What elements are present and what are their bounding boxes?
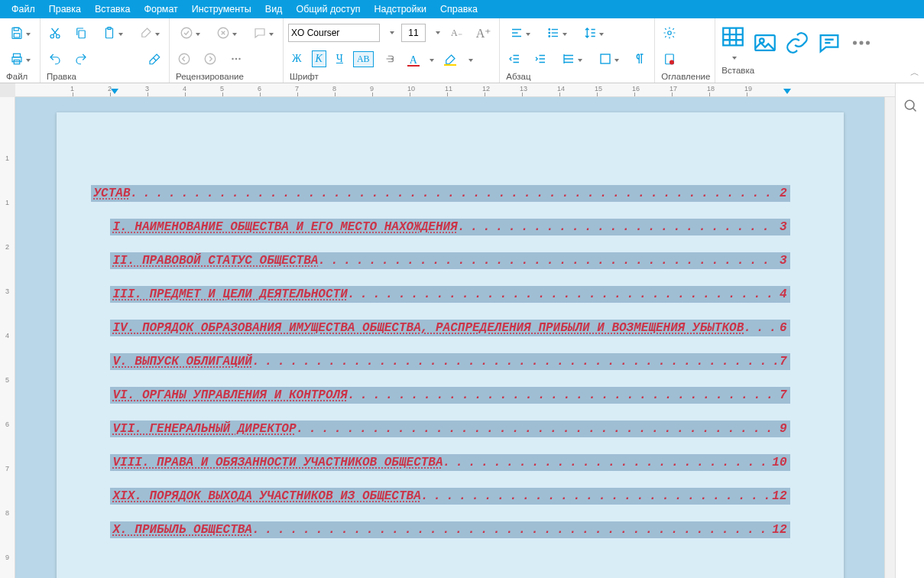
- menu-Файл[interactable]: Файл: [5, 4, 42, 15]
- menubar: ФайлПравкаВставкаФорматИнструментыВидОбщ…: [0, 0, 924, 18]
- insert-table-button[interactable]: [720, 21, 746, 64]
- more-insert-button[interactable]: [848, 21, 874, 64]
- toc-entry[interactable]: IV. ПОРЯДОК ОБРАЗОВАНИЯ ИМУЩЕСТВА ОБЩЕСТ…: [110, 320, 790, 336]
- toc-entry[interactable]: УСТАВ...................................…: [91, 185, 790, 202]
- shrink-font-button[interactable]: A₋: [447, 25, 466, 41]
- ribbon-group-edit: Правка: [41, 18, 170, 83]
- svg-point-16: [238, 58, 240, 60]
- ribbon-label: Правка: [45, 72, 164, 81]
- indent-decrease-button[interactable]: [504, 49, 524, 69]
- eraser-button[interactable]: [144, 49, 164, 69]
- italic-button[interactable]: К: [312, 50, 326, 67]
- menu-Надстройки[interactable]: Надстройки: [367, 4, 433, 15]
- font-name-dropdown[interactable]: [386, 24, 395, 42]
- next-change-button[interactable]: [200, 49, 220, 69]
- underline-button[interactable]: Ч: [332, 50, 347, 67]
- ribbon-group-file: Файл: [0, 18, 41, 83]
- collapse-ribbon-button[interactable]: ︿: [910, 67, 919, 80]
- insert-link-button[interactable]: [784, 21, 810, 64]
- accept-change-button[interactable]: [174, 23, 205, 43]
- menu-Вставка[interactable]: Вставка: [88, 4, 137, 15]
- font-size-dropdown[interactable]: [432, 24, 441, 42]
- insert-image-button[interactable]: [752, 21, 778, 64]
- menu-Инструменты[interactable]: Инструменты: [185, 4, 258, 15]
- bold-button[interactable]: Ж: [288, 50, 306, 67]
- svg-point-14: [232, 58, 233, 60]
- tab-button[interactable]: [556, 49, 587, 69]
- svg-point-27: [853, 41, 857, 44]
- paste-button[interactable]: [97, 23, 128, 43]
- svg-point-17: [549, 29, 550, 31]
- ribbon-label: Абзац: [504, 72, 650, 81]
- horizontal-ruler[interactable]: 12345678910111213141516171819: [15, 83, 895, 97]
- ribbon-label: Файл: [5, 72, 35, 81]
- toc-entry[interactable]: XIX. ПОРЯДОК ВЫХОДА УЧАСТНИКОВ ИЗ ОБЩЕСТ…: [110, 488, 790, 505]
- menu-Формат[interactable]: Формат: [137, 4, 184, 15]
- line-spacing-button[interactable]: [578, 23, 608, 43]
- toc-entry[interactable]: II. ПРАВОВОЙ СТАТУС ОБЩЕСТВА............…: [110, 252, 790, 269]
- comment-button[interactable]: [248, 23, 278, 43]
- toc-refresh-button[interactable]: [660, 49, 679, 69]
- redo-button[interactable]: [71, 49, 91, 69]
- highlight-color-dropdown[interactable]: [466, 54, 473, 64]
- vertical-scrollbar[interactable]: [884, 97, 895, 578]
- insert-comment-button[interactable]: [816, 21, 842, 64]
- align-button[interactable]: [504, 23, 535, 43]
- strike-button[interactable]: [380, 49, 400, 69]
- right-sidebar: [895, 83, 924, 578]
- cut-button[interactable]: [45, 23, 65, 43]
- grow-font-button[interactable]: A⁺: [472, 24, 495, 43]
- svg-point-13: [205, 54, 216, 64]
- prev-change-button[interactable]: [174, 49, 194, 69]
- highlight-color-button[interactable]: [440, 53, 460, 66]
- document-canvas[interactable]: УСТАВ...................................…: [15, 97, 884, 578]
- svg-point-28: [860, 41, 864, 44]
- font-color-button[interactable]: А: [406, 52, 421, 67]
- font-name-input[interactable]: [288, 24, 380, 42]
- svg-point-29: [866, 41, 870, 44]
- format-painter-button[interactable]: [134, 23, 164, 43]
- svg-point-15: [235, 58, 237, 60]
- ribbon-group-insert: Вставка: [715, 18, 879, 83]
- menu-Справка[interactable]: Справка: [433, 4, 485, 15]
- ribbon-group-review: Рецензирование: [170, 18, 284, 83]
- menu-Общий доступ[interactable]: Общий доступ: [289, 4, 367, 15]
- font-color-dropdown[interactable]: [427, 54, 434, 64]
- search-icon[interactable]: [900, 96, 920, 115]
- undo-button[interactable]: [45, 49, 65, 69]
- ribbon-label: Вставка: [720, 66, 874, 75]
- toc-entry[interactable]: I. НАИМЕНОВАНИЕ ОБЩЕСТВА И ЕГО МЕСТО НАХ…: [110, 219, 790, 235]
- menu-Вид[interactable]: Вид: [258, 4, 290, 15]
- print-button[interactable]: [5, 49, 35, 69]
- menu-Правка[interactable]: Правка: [42, 4, 88, 15]
- ribbon-label: Рецензирование: [174, 72, 278, 81]
- ribbon-group-font: A₋ A⁺ Ж К Ч АВ А Шрифт: [284, 18, 500, 83]
- svg-point-6: [57, 34, 60, 38]
- reject-change-button[interactable]: [211, 23, 242, 43]
- copy-button[interactable]: [71, 23, 91, 43]
- toc-entry[interactable]: III. ПРЕДМЕТ И ЦЕЛИ ДЕЯТЕЛЬНОСТИ........…: [110, 286, 790, 303]
- toc-entry[interactable]: V. ВЫПУСК ОБЛИГАЦИЙ.....................…: [110, 353, 790, 370]
- toc-entry[interactable]: X. ПРИБЫЛЬ ОБЩЕСТВА.....................…: [110, 521, 790, 538]
- svg-rect-7: [79, 31, 85, 38]
- vertical-ruler[interactable]: 112345678910: [0, 97, 15, 578]
- svg-point-23: [669, 60, 674, 65]
- svg-rect-0: [14, 28, 18, 31]
- save-button[interactable]: [5, 23, 35, 43]
- list-button[interactable]: [541, 23, 572, 43]
- pilcrow-button[interactable]: [630, 49, 650, 69]
- toc-entry[interactable]: VI. ОРГАНЫ УПРАВЛЕНИЯ И КОНТРОЛЯ........…: [110, 387, 790, 404]
- more-review-button[interactable]: [226, 49, 246, 69]
- toc-entry[interactable]: VII. ГЕНЕРАЛЬНЫЙ ДИРЕКТОР...............…: [110, 421, 790, 437]
- border-button[interactable]: [593, 49, 624, 69]
- svg-point-19: [549, 36, 550, 37]
- svg-rect-24: [724, 28, 744, 46]
- svg-rect-20: [601, 54, 610, 63]
- toc-settings-button[interactable]: [660, 23, 679, 43]
- indent-increase-button[interactable]: [530, 49, 550, 69]
- font-size-input[interactable]: [401, 24, 426, 42]
- ribbon-label: Оглавление: [660, 72, 710, 81]
- toc-entry[interactable]: VIII. ПРАВА И ОБЯЗАННОСТИ УЧАСТНИКОВ ОБЩ…: [110, 454, 790, 471]
- highlight-button[interactable]: АВ: [353, 51, 374, 67]
- svg-point-30: [905, 100, 914, 109]
